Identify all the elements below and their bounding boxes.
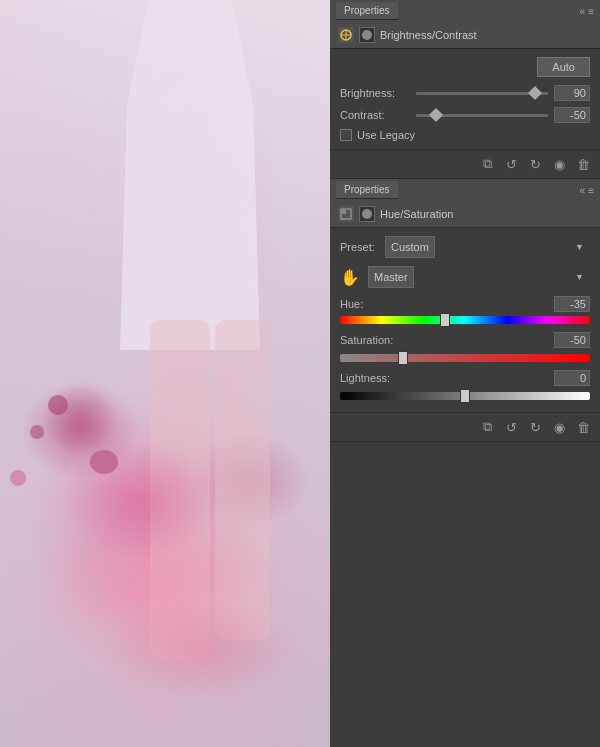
use-legacy-row: Use Legacy — [340, 129, 590, 141]
brightness-row: Brightness: 90 — [340, 85, 590, 101]
saturation-track — [340, 354, 590, 362]
hs-panel-header: Hue/Saturation — [330, 201, 600, 228]
channel-row: ✋ Master ▼ — [340, 266, 590, 288]
saturation-label: Saturation: — [340, 334, 410, 346]
bc-toolbar: ⧉ ↺ ↻ ◉ 🗑 — [330, 149, 600, 178]
contrast-label: Contrast: — [340, 109, 410, 121]
bc-undo-icon[interactable]: ↺ — [502, 155, 520, 173]
bc-reset-icon[interactable]: ↻ — [526, 155, 544, 173]
canvas-area — [0, 0, 330, 747]
hs-header-left: Hue/Saturation — [338, 206, 453, 222]
hue-track — [340, 316, 590, 324]
saturation-value[interactable]: -50 — [554, 332, 590, 348]
lightness-slider-wrapper[interactable] — [340, 392, 590, 404]
bc-header-left: Brightness/Contrast — [338, 27, 477, 43]
channel-select[interactable]: Master — [368, 266, 414, 288]
use-legacy-label: Use Legacy — [357, 129, 415, 141]
bc-menu-btn[interactable]: ≡ — [588, 6, 594, 17]
bc-properties-label: Properties — [336, 2, 398, 20]
brightness-slider-track[interactable] — [416, 86, 548, 100]
hs-clip-icon[interactable]: ⧉ — [478, 418, 496, 436]
channel-select-arrow: ▼ — [575, 272, 584, 282]
hue-slider-wrapper[interactable] — [340, 316, 590, 332]
bc-title: Brightness/Contrast — [380, 29, 477, 41]
preset-label: Preset: — [340, 241, 385, 253]
bc-visibility-icon[interactable]: ◉ — [550, 155, 568, 173]
svg-rect-2 — [342, 210, 346, 214]
use-legacy-checkbox[interactable] — [340, 129, 352, 141]
preset-select[interactable]: Custom — [385, 236, 435, 258]
saturation-row: Saturation: -50 — [340, 332, 590, 348]
hs-top-bar-right: « ≡ — [580, 185, 594, 196]
bc-body: Auto Brightness: 90 Contrast: — [330, 49, 600, 149]
hue-saturation-panel: Properties « ≡ Hue/Saturation Preset — [330, 179, 600, 442]
hs-collapse-btn[interactable]: « — [580, 185, 586, 196]
saturation-thumb[interactable] — [398, 351, 408, 365]
bc-clip-icon[interactable]: ⧉ — [478, 155, 496, 173]
brightness-thumb[interactable] — [528, 86, 542, 100]
auto-button[interactable]: Auto — [537, 57, 590, 77]
pink-overlay — [0, 0, 330, 747]
hue-value[interactable]: -35 — [554, 296, 590, 312]
hs-body: Preset: Custom ▼ ✋ Master ▼ — [330, 228, 600, 412]
bc-top-bar-right: « ≡ — [580, 6, 594, 17]
brightness-label: Brightness: — [340, 87, 410, 99]
contrast-thumb[interactable] — [429, 108, 443, 122]
hs-visibility-icon[interactable]: ◉ — [550, 418, 568, 436]
hs-delete-icon[interactable]: 🗑 — [574, 418, 592, 436]
hs-layer-icon — [359, 206, 375, 222]
bc-panel-header: Brightness/Contrast — [330, 22, 600, 49]
hue-thumb[interactable] — [440, 313, 450, 327]
brightness-track — [416, 92, 548, 95]
hue-label: Hue: — [340, 298, 410, 310]
contrast-track — [416, 114, 548, 117]
hs-adjustment-icon — [338, 206, 354, 222]
hs-reset-icon[interactable]: ↻ — [526, 418, 544, 436]
hs-menu-btn[interactable]: ≡ — [588, 185, 594, 196]
hue-row: Hue: -35 — [340, 296, 590, 312]
hand-tool-icon[interactable]: ✋ — [340, 268, 360, 287]
lightness-track — [340, 392, 590, 400]
brightness-contrast-panel: Properties « ≡ Brightness/Contrast Auto — [330, 0, 600, 179]
channel-select-wrapper: Master ▼ — [368, 266, 590, 288]
preset-select-wrapper: Custom ▼ — [385, 236, 590, 258]
bc-delete-icon[interactable]: 🗑 — [574, 155, 592, 173]
hs-toolbar: ⧉ ↺ ↻ ◉ 🗑 — [330, 412, 600, 441]
lightness-row: Lightness: 0 — [340, 370, 590, 386]
bc-adjustment-icon — [338, 27, 354, 43]
brightness-value[interactable]: 90 — [554, 85, 590, 101]
preset-row: Preset: Custom ▼ — [340, 236, 590, 258]
bc-top-bar: Properties « ≡ — [330, 0, 600, 22]
hs-title: Hue/Saturation — [380, 208, 453, 220]
bc-collapse-btn[interactable]: « — [580, 6, 586, 17]
contrast-slider-track[interactable] — [416, 108, 548, 122]
hs-properties-label: Properties — [336, 181, 398, 199]
contrast-row: Contrast: -50 — [340, 107, 590, 123]
panels-area: Properties « ≡ Brightness/Contrast Auto — [330, 0, 600, 747]
lightness-value[interactable]: 0 — [554, 370, 590, 386]
lightness-thumb[interactable] — [460, 389, 470, 403]
saturation-slider-wrapper[interactable] — [340, 354, 590, 370]
contrast-value[interactable]: -50 — [554, 107, 590, 123]
lightness-label: Lightness: — [340, 372, 410, 384]
hs-top-bar: Properties « ≡ — [330, 179, 600, 201]
hs-undo-icon[interactable]: ↺ — [502, 418, 520, 436]
bc-layer-icon — [359, 27, 375, 43]
preset-select-arrow: ▼ — [575, 242, 584, 252]
